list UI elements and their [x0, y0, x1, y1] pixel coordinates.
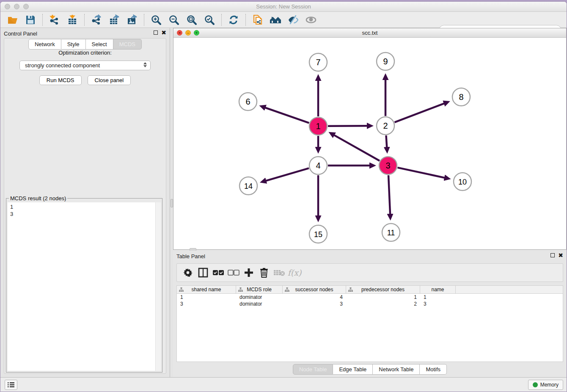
column-header-shared-name[interactable]: shared name — [177, 286, 236, 293]
svg-text:7: 7 — [316, 58, 320, 67]
zoom-fit-icon[interactable] — [185, 14, 198, 26]
tab-network[interactable]: Network — [28, 39, 61, 50]
edge-1-6[interactable] — [264, 108, 309, 123]
column-header-successor-nodes[interactable]: successor nodes — [283, 286, 346, 293]
open-session-icon[interactable] — [6, 14, 19, 26]
float-panel-icon[interactable] — [154, 30, 158, 35]
close-panel-button[interactable]: Close panel — [88, 75, 131, 85]
table-row[interactable]: 1dominator411 — [177, 294, 563, 301]
copy-network-icon[interactable] — [251, 14, 264, 26]
toolbar-separator — [42, 14, 43, 26]
tab-mcds[interactable]: MCDS — [113, 39, 142, 50]
cell-name[interactable]: 3 — [420, 301, 456, 307]
node-2[interactable]: 2 — [377, 117, 394, 135]
memory-button[interactable]: Memory — [528, 380, 563, 390]
criterion-dropdown[interactable]: strongly connected component — [19, 61, 151, 70]
export-image-icon[interactable] — [126, 14, 138, 26]
table-tabs: Node TableEdge TableNetwork TableMotifs — [173, 364, 567, 375]
show-all-icon[interactable] — [305, 14, 317, 26]
node-9[interactable]: 9 — [377, 52, 394, 70]
hide-selected-icon[interactable] — [287, 14, 300, 26]
node-8[interactable]: 8 — [452, 88, 470, 106]
tab-select[interactable]: Select — [86, 39, 113, 50]
toolbar-separator — [144, 14, 144, 26]
network-canvas[interactable]: 7968124314101511 — [173, 38, 566, 249]
vertical-splitter[interactable] — [170, 28, 173, 377]
control-panel: Control Panel ✖ NetworkStyleSelectMCDS O… — [0, 28, 170, 377]
import-network-icon[interactable] — [48, 14, 61, 26]
mcds-result-group: MCDS result (2 nodes) 1 3 — [6, 195, 162, 373]
svg-text:3: 3 — [385, 161, 390, 170]
zoom-out-icon[interactable] — [168, 14, 180, 26]
task-history-button[interactable] — [5, 380, 17, 390]
add-column-icon[interactable] — [242, 266, 256, 279]
table-body: 1dominator4113dominator323 — [177, 294, 563, 307]
deselect-all-columns-icon[interactable] — [227, 266, 240, 279]
cell-name[interactable]: 1 — [420, 294, 456, 301]
cell-predecessor-nodes[interactable]: 2 — [346, 301, 420, 307]
network-graph[interactable]: 7968124314101511 — [173, 38, 566, 249]
save-session-icon[interactable] — [24, 14, 37, 26]
cell-shared-name[interactable]: 1 — [177, 294, 236, 301]
edge-3-10[interactable] — [397, 168, 445, 178]
node-6[interactable]: 6 — [239, 93, 257, 110]
mcds-result-title: MCDS result (2 nodes) — [9, 195, 67, 202]
node-14[interactable]: 14 — [239, 177, 257, 195]
cell-predecessor-nodes[interactable]: 1 — [346, 294, 420, 301]
run-mcds-button[interactable]: Run MCDS — [39, 75, 82, 85]
network-window-titlebar[interactable]: ✕ – + scc.txt — [173, 28, 566, 38]
node-4[interactable]: 4 — [309, 157, 327, 174]
tab-node-table[interactable]: Node Table — [293, 364, 333, 375]
control-panel-title: Control Panel — [4, 30, 37, 37]
delete-table-icon — [272, 266, 286, 279]
edge-2-3[interactable] — [386, 135, 387, 148]
cell-successor-nodes[interactable]: 4 — [283, 294, 346, 301]
close-panel-icon[interactable]: ✖ — [161, 30, 166, 35]
zoom-in-icon[interactable] — [150, 14, 162, 26]
network-view-window: ✕ – + scc.txt 7968124314101511 — [173, 28, 567, 250]
export-network-icon[interactable] — [90, 14, 103, 26]
cell-shared-name[interactable]: 3 — [177, 301, 236, 307]
node-11[interactable]: 11 — [382, 224, 400, 241]
delete-column-icon[interactable] — [257, 266, 271, 279]
mcds-result-text[interactable]: 1 3 — [8, 202, 161, 371]
table-row[interactable]: 3dominator323 — [177, 301, 563, 307]
column-header-name[interactable]: name — [420, 286, 456, 293]
zoom-selected-icon[interactable] — [203, 14, 216, 26]
column-header-predecessor-nodes[interactable]: predecessor nodes — [346, 286, 420, 293]
select-all-columns-icon[interactable] — [212, 266, 225, 279]
node-1[interactable]: 1 — [309, 117, 327, 135]
edge-3-11[interactable] — [388, 175, 390, 215]
float-table-panel-icon[interactable] — [550, 253, 555, 257]
first-neighbors-icon[interactable] — [269, 14, 282, 26]
memory-label: Memory — [540, 382, 559, 388]
refresh-icon[interactable] — [227, 14, 240, 26]
result-scrollbar[interactable] — [155, 202, 161, 371]
node-3[interactable]: 3 — [379, 157, 397, 174]
tab-network-table[interactable]: Network Table — [373, 364, 420, 375]
svg-text:15: 15 — [314, 230, 322, 239]
cell-MCDS-role[interactable]: dominator — [236, 301, 283, 307]
edge-1-2[interactable] — [328, 126, 368, 126]
column-layout-icon[interactable] — [196, 266, 210, 279]
svg-text:2: 2 — [383, 121, 388, 130]
import-table-icon[interactable] — [66, 14, 79, 26]
close-table-panel-icon[interactable]: ✖ — [558, 253, 563, 257]
node-15[interactable]: 15 — [309, 225, 327, 243]
cell-MCDS-role[interactable]: dominator — [236, 294, 283, 301]
tab-motifs[interactable]: Motifs — [420, 364, 447, 375]
cell-successor-nodes[interactable]: 3 — [283, 301, 346, 307]
node-7[interactable]: 7 — [309, 53, 327, 71]
table-panel: Table Panel ✖ — [173, 251, 567, 377]
tab-edge-table[interactable]: Edge Table — [333, 364, 373, 375]
column-header-MCDS-role[interactable]: MCDS role — [236, 286, 283, 293]
export-table-icon[interactable] — [108, 14, 121, 26]
edge-3-1[interactable] — [333, 135, 380, 161]
table-settings-icon[interactable] — [181, 266, 195, 279]
edge-2-8[interactable] — [395, 103, 445, 122]
node-table[interactable]: shared nameMCDS rolesuccessor nodesprede… — [176, 285, 563, 362]
edge-4-14[interactable] — [265, 168, 309, 181]
node-10[interactable]: 10 — [454, 173, 471, 190]
tab-style[interactable]: Style — [61, 39, 86, 50]
svg-text:6: 6 — [245, 97, 250, 106]
